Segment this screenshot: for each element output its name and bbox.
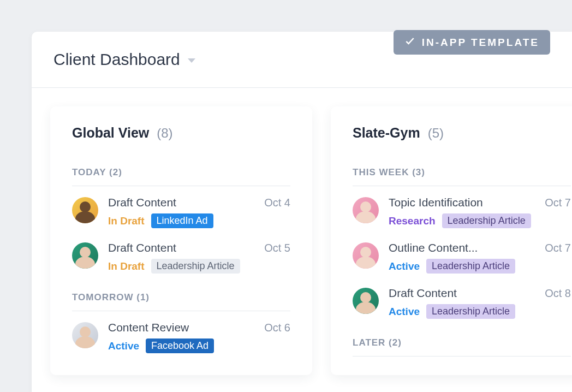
status-badge[interactable]: In Draft bbox=[108, 215, 145, 227]
column-title[interactable]: Slate-Gym bbox=[353, 125, 420, 141]
task-item[interactable]: Outline Content...Oct 7ActiveLeadership … bbox=[353, 241, 571, 274]
task-title[interactable]: Draft Content bbox=[108, 196, 176, 209]
in-app-template-badge: IN-APP TEMPLATE bbox=[394, 30, 550, 55]
avatar bbox=[72, 322, 98, 348]
tag-badge[interactable]: Leadership Article bbox=[442, 213, 531, 228]
tag-badge[interactable]: LinkedIn Ad bbox=[151, 213, 213, 228]
group-label: LATER (2) bbox=[353, 337, 571, 348]
chevron-down-icon[interactable] bbox=[188, 58, 195, 63]
column-card: Slate-Gym(5)THIS WEEK (3)Topic Identific… bbox=[331, 106, 572, 375]
tag-badge[interactable]: Leadership Article bbox=[426, 259, 515, 274]
group-label: TOMORROW (1) bbox=[72, 292, 290, 303]
column-card: Global View(8)TODAY (2)Draft ContentOct … bbox=[50, 106, 312, 375]
task-bottom-row: ActiveLeadership Article bbox=[389, 304, 571, 319]
avatar bbox=[353, 197, 379, 223]
task-body: Topic IdentificationOct 7ResearchLeaders… bbox=[389, 196, 571, 228]
group-label: THIS WEEK (3) bbox=[353, 167, 571, 178]
task-date: Oct 4 bbox=[264, 197, 290, 209]
task-date: Oct 7 bbox=[545, 242, 571, 254]
task-title[interactable]: Draft Content bbox=[389, 287, 457, 300]
task-top-row: Draft ContentOct 8 bbox=[389, 287, 571, 300]
task-item[interactable]: Topic IdentificationOct 7ResearchLeaders… bbox=[353, 196, 571, 228]
column-count: (8) bbox=[157, 126, 172, 141]
task-date: Oct 6 bbox=[264, 322, 290, 334]
task-date: Oct 7 bbox=[545, 197, 571, 209]
task-body: Content ReviewOct 6ActiveFacebook Ad bbox=[108, 321, 290, 353]
status-badge[interactable]: Active bbox=[389, 260, 420, 272]
column-count: (5) bbox=[428, 126, 444, 141]
tag-badge[interactable]: Leadership Article bbox=[151, 259, 240, 274]
group-label: TODAY (2) bbox=[72, 167, 290, 178]
column-title[interactable]: Global View bbox=[72, 125, 149, 141]
avatar bbox=[72, 197, 98, 223]
task-top-row: Draft ContentOct 4 bbox=[108, 196, 290, 209]
task-bottom-row: In DraftLinkedIn Ad bbox=[108, 213, 290, 228]
task-bottom-row: ActiveLeadership Article bbox=[389, 259, 571, 274]
task-item[interactable]: Draft ContentOct 5In DraftLeadership Art… bbox=[72, 241, 290, 274]
group-block: TOMORROW (1)Content ReviewOct 6ActiveFac… bbox=[72, 292, 290, 353]
task-body: Draft ContentOct 5In DraftLeadership Art… bbox=[108, 241, 290, 274]
task-top-row: Topic IdentificationOct 7 bbox=[389, 196, 571, 209]
avatar bbox=[72, 242, 98, 269]
task-date: Oct 5 bbox=[264, 242, 290, 254]
main-panel: Client Dashboard Global View(8)TODAY (2)… bbox=[32, 32, 572, 392]
tag-badge[interactable]: Facebook Ad bbox=[146, 338, 214, 353]
task-title[interactable]: Content Review bbox=[108, 321, 189, 334]
task-bottom-row: ResearchLeadership Article bbox=[389, 213, 571, 228]
task-top-row: Content ReviewOct 6 bbox=[108, 321, 290, 334]
task-title[interactable]: Draft Content bbox=[108, 241, 176, 254]
task-bottom-row: In DraftLeadership Article bbox=[108, 259, 290, 274]
group-block: THIS WEEK (3)Topic IdentificationOct 7Re… bbox=[353, 167, 571, 319]
column-header: Slate-Gym(5) bbox=[353, 125, 571, 141]
avatar bbox=[353, 242, 379, 269]
task-top-row: Draft ContentOct 5 bbox=[108, 241, 290, 254]
divider bbox=[72, 311, 290, 311]
group-block: TODAY (2)Draft ContentOct 4In DraftLinke… bbox=[72, 167, 290, 274]
group-block: LATER (2) bbox=[353, 337, 571, 357]
task-body: Draft ContentOct 8ActiveLeadership Artic… bbox=[389, 287, 571, 319]
columns-wrap: Global View(8)TODAY (2)Draft ContentOct … bbox=[32, 88, 572, 375]
status-badge[interactable]: Research bbox=[389, 215, 436, 227]
task-item[interactable]: Draft ContentOct 8ActiveLeadership Artic… bbox=[353, 287, 571, 319]
page-title[interactable]: Client Dashboard bbox=[53, 50, 180, 69]
status-badge[interactable]: In Draft bbox=[108, 260, 145, 272]
task-body: Outline Content...Oct 7ActiveLeadership … bbox=[389, 241, 571, 274]
divider bbox=[353, 186, 571, 186]
task-title[interactable]: Outline Content... bbox=[389, 241, 478, 254]
column-header: Global View(8) bbox=[72, 125, 290, 141]
status-badge[interactable]: Active bbox=[108, 340, 139, 352]
check-icon bbox=[404, 35, 415, 49]
tag-badge[interactable]: Leadership Article bbox=[426, 304, 515, 319]
task-item[interactable]: Content ReviewOct 6ActiveFacebook Ad bbox=[72, 321, 290, 353]
divider bbox=[72, 186, 290, 186]
divider bbox=[353, 356, 571, 357]
template-badge-label: IN-APP TEMPLATE bbox=[422, 37, 539, 49]
task-body: Draft ContentOct 4In DraftLinkedIn Ad bbox=[108, 196, 290, 228]
task-item[interactable]: Draft ContentOct 4In DraftLinkedIn Ad bbox=[72, 196, 290, 228]
task-bottom-row: ActiveFacebook Ad bbox=[108, 338, 290, 353]
task-title[interactable]: Topic Identification bbox=[389, 196, 483, 209]
task-date: Oct 8 bbox=[545, 287, 571, 300]
task-top-row: Outline Content...Oct 7 bbox=[389, 241, 571, 254]
status-badge[interactable]: Active bbox=[389, 306, 420, 318]
avatar bbox=[353, 288, 379, 314]
